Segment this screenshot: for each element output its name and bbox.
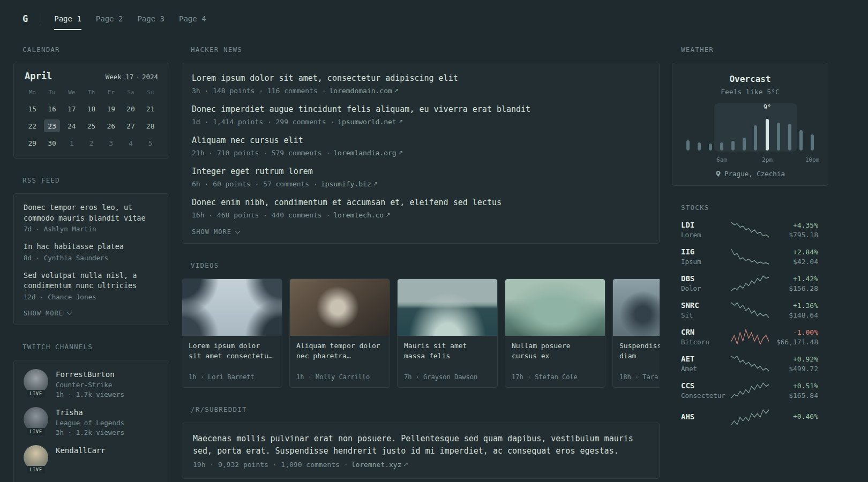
weather-bar [698,142,701,150]
calendar-day[interactable]: 16 [44,102,60,115]
weather-bar [709,144,712,150]
weather-card: Overcast Feels like 5°C 9° 6am 2pm 10pm … [672,63,828,186]
calendar-day[interactable]: 19 [103,102,119,115]
stock-id: AHS [681,412,726,423]
weather-bar [777,123,780,150]
video-meta: 17h · Stefan Cole [512,373,598,381]
weather-bar [766,119,769,150]
stock-id: CRN Bitcorn [681,328,726,346]
calendar-day[interactable]: 15 [24,102,40,115]
tab-page-1[interactable]: Page 1 [54,14,81,23]
channel-name[interactable]: ForrestBurton [56,370,124,379]
left-column: CALENDAR April Week 17·2024 MoTuWeThFrSa… [13,37,169,482]
app-logo[interactable]: G [23,13,28,24]
hn-item-domain-link[interactable]: loremlandia.org↗ [333,149,403,157]
calendar-month: April [25,71,52,81]
rss-item-title-link[interactable]: Donec tempor eros leo, ut commodo mauris… [24,202,159,223]
twitch-channel-row[interactable]: LIVE ForrestBurton Counter-Strike 1h · 1… [24,369,159,398]
calendar-day[interactable]: 20 [123,102,139,115]
hn-item-domain-link[interactable]: loremtech.co↗ [333,211,390,219]
calendar-head: April Week 17·2024 [23,71,160,81]
stock-row[interactable]: CRN Bitcorn -1.00% $66,171.48 [681,328,818,346]
channel-name[interactable]: Trisha [56,408,124,417]
weather-bar [743,138,746,150]
calendar-day[interactable]: 17 [64,102,80,115]
video-body: Mauris sit amet massa felis 7h · Grayson… [398,336,497,387]
rss-item-title-link[interactable]: Sed volutpat nulla nisl, a condimentum n… [24,270,159,291]
tab-page-3[interactable]: Page 3 [137,14,164,23]
chevron-down-icon [235,228,241,234]
calendar-day[interactable]: 1 [64,137,80,149]
channel-info: KendallCarr [56,445,106,457]
video-title: Aliquam tempor dolor nec pharetra… [296,341,383,362]
tab-page-4[interactable]: Page 4 [179,14,206,23]
middle-column: HACKER NEWS Lorem ipsum dolor sit amet, … [182,37,660,482]
calendar-day[interactable]: 26 [103,119,119,132]
external-link-icon: ↗ [394,87,399,94]
tab-page-2[interactable]: Page 2 [96,14,123,23]
video-body: Lorem ipsum dolor sit amet consectetu… 1… [182,336,282,387]
calendar-day[interactable]: 28 [143,119,159,132]
stock-symbol: LDI [681,221,726,229]
calendar-day[interactable]: 3 [103,137,119,149]
calendar-day[interactable]: 27 [123,119,139,132]
stock-change: +4.35% [774,221,818,229]
stock-change: +1.42% [774,275,818,283]
twitch-channel-row[interactable]: LIVE Trisha League of Legends 3h · 1.2k … [24,407,159,436]
calendar-day[interactable]: 30 [44,137,60,149]
calendar-day[interactable]: 24 [64,119,80,132]
stock-row[interactable]: AET Amet +0.92% $499.72 [681,355,818,373]
hn-item-domain-link[interactable]: ipsumify.biz↗ [321,180,378,188]
hn-show-more-button[interactable]: SHOW MORE [192,228,649,236]
stock-row[interactable]: DBS Dolor +1.42% $156.28 [681,274,818,292]
calendar-day[interactable]: 22 [24,119,40,132]
weather-peak-label: 9° [764,103,771,111]
stock-row[interactable]: AHS +0.46% [681,408,818,426]
hn-item-title-link[interactable]: Donec imperdiet augue tincidunt felis al… [192,104,649,115]
calendar-day[interactable]: 21 [143,102,159,115]
stocks-list: LDI Lorem +4.35% $795.18 IIG Ipsum [672,221,828,426]
video-body: Suspendisse potenti diam 18h · Tara [613,336,660,387]
video-card[interactable]: Suspendisse potenti diam 18h · Tara [612,278,660,388]
stock-id: CCS Consectetur [681,381,726,400]
stock-row[interactable]: IIG Ipsum +2.84% $42.04 [681,247,818,266]
subreddit-domain-link[interactable]: loremnet.xyz↗ [351,461,408,469]
calendar-header: CALENDAR [13,46,169,54]
hn-item-title-link[interactable]: Aliquam nec cursus elit [192,135,649,146]
subreddit-post-link[interactable]: Maecenas mollis pulvinar erat non posuer… [193,433,648,458]
calendar-day[interactable]: 4 [123,137,139,149]
stock-change: +2.84% [774,248,818,256]
video-card[interactable]: Mauris sit amet massa felis 7h · Grayson… [397,278,498,388]
twitch-channel-row[interactable]: LIVE KendallCarr [24,445,159,473]
stock-id: DBS Dolor [681,274,726,292]
rss-header: RSS FEED [13,176,169,184]
hn-item-title-link[interactable]: Donec enim nibh, condimentum et accumsan… [192,197,649,208]
calendar-day[interactable]: 5 [143,137,159,149]
hn-item-title-link[interactable]: Integer eget rutrum lorem [192,166,649,177]
videos-row: Lorem ipsum dolor sit amet consectetu… 1… [182,278,660,388]
calendar-day[interactable]: 18 [83,102,99,115]
calendar-day[interactable]: 23 [44,119,60,132]
stock-row[interactable]: SNRC Sit +1.36% $148.64 [681,301,818,319]
calendar-weekday: Th [88,89,95,96]
hn-item-domain-link[interactable]: ipsumworld.net↗ [338,118,403,126]
calendar-day[interactable]: 25 [83,119,99,132]
video-card[interactable]: Lorem ipsum dolor sit amet consectetu… 1… [182,278,282,388]
channel-meta: 1h · 1.7k viewers [56,390,124,398]
stock-row[interactable]: LDI Lorem +4.35% $795.18 [681,221,818,239]
rss-item-title-link[interactable]: In hac habitasse platea [24,242,159,252]
hn-item-title-link[interactable]: Lorem ipsum dolor sit amet, consectetur … [192,73,649,84]
hn-item-domain-link[interactable]: loremdomain.com↗ [329,87,399,95]
channel-name[interactable]: KendallCarr [56,446,106,455]
hn-item-meta: 1d · 1,414 points · 299 comments · ipsum… [192,118,649,126]
stock-price: $42.04 [774,258,818,266]
stock-change: -1.00% [774,328,818,336]
rss-card: Donec tempor eros leo, ut commodo mauris… [13,193,169,325]
video-card[interactable]: Aliquam tempor dolor nec pharetra… 1h · … [289,278,390,388]
stock-row[interactable]: CCS Consectetur +0.51% $165.84 [681,381,818,400]
rss-show-more-button[interactable]: SHOW MORE [24,310,159,317]
calendar-day[interactable]: 2 [83,137,99,149]
video-card[interactable]: Nullam posuere cursus ex 17h · Stefan Co… [505,278,605,388]
calendar-day[interactable]: 29 [24,137,40,149]
hn-item-meta: 6h · 60 points · 57 comments · ipsumify.… [192,180,649,188]
